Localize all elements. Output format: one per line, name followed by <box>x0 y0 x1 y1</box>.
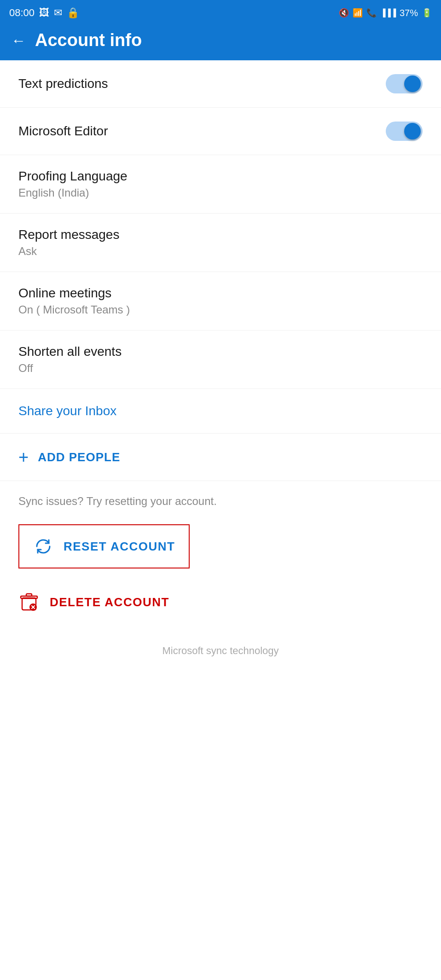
lock-icon: 🔒 <box>67 7 79 19</box>
text-predictions-label: Text predictions <box>18 76 108 91</box>
share-inbox-row[interactable]: Share your Inbox <box>0 389 441 434</box>
microsoft-editor-toggle[interactable] <box>386 122 423 141</box>
sync-hint: Sync issues? Try resetting your account. <box>0 481 441 517</box>
call-icon: 📞 <box>366 8 377 18</box>
add-icon: + <box>18 448 29 466</box>
text-predictions-row[interactable]: Text predictions <box>0 60 441 108</box>
sync-hint-text: Sync issues? Try resetting your account. <box>18 495 217 507</box>
microsoft-editor-label: Microsoft Editor <box>18 124 108 139</box>
battery-icon: 🔋 <box>422 8 432 18</box>
delete-icon <box>18 591 40 613</box>
reset-account-section: RESET ACCOUNT <box>0 517 441 582</box>
shorten-all-events-label: Shorten all events <box>18 344 122 359</box>
online-meetings-value: On ( Microsoft Teams ) <box>18 303 130 316</box>
proofing-language-label: Proofing Language <box>18 169 128 184</box>
signal-icon: ▐▐▐ <box>380 9 396 17</box>
shorten-all-events-row[interactable]: Shorten all events Off <box>0 331 441 389</box>
microsoft-editor-row[interactable]: Microsoft Editor <box>0 108 441 155</box>
toggle-thumb <box>404 75 421 92</box>
content: Text predictions Microsoft Editor Proofi… <box>0 60 441 684</box>
report-messages-value: Ask <box>18 245 119 258</box>
delete-account-row[interactable]: DELETE ACCOUNT <box>0 582 441 626</box>
toggle-track <box>386 122 423 141</box>
footer: Microsoft sync technology <box>0 626 441 684</box>
back-button[interactable]: ← <box>11 33 26 48</box>
proofing-language-value: English (India) <box>18 186 128 199</box>
status-time: 08:00 <box>9 7 35 19</box>
wifi-icon: 📶 <box>353 8 363 18</box>
status-right: 🔇 📶 📞 ▐▐▐ 37% 🔋 <box>339 8 432 18</box>
image-icon: 🖼 <box>39 7 49 19</box>
text-predictions-toggle[interactable] <box>386 74 423 93</box>
add-people-row[interactable]: + ADD PEOPLE <box>0 434 441 481</box>
share-inbox-link[interactable]: Share your Inbox <box>18 404 116 418</box>
header: ← Account info <box>0 24 441 60</box>
add-people-label: ADD PEOPLE <box>38 450 120 464</box>
reset-account-button[interactable]: RESET ACCOUNT <box>18 524 190 568</box>
mail-icon: ✉ <box>54 7 62 19</box>
status-left: 08:00 🖼 ✉ 🔒 <box>9 7 79 19</box>
battery-percent: 37% <box>400 8 418 18</box>
report-messages-label: Report messages <box>18 227 119 242</box>
delete-account-label: DELETE ACCOUNT <box>50 595 169 609</box>
online-meetings-label: Online meetings <box>18 286 130 301</box>
footer-text: Microsoft sync technology <box>162 645 279 656</box>
page-title: Account info <box>35 30 142 50</box>
report-messages-row[interactable]: Report messages Ask <box>0 214 441 272</box>
online-meetings-row[interactable]: Online meetings On ( Microsoft Teams ) <box>0 272 441 331</box>
shorten-all-events-value: Off <box>18 362 122 375</box>
toggle-thumb <box>404 123 421 139</box>
svg-rect-2 <box>26 594 32 596</box>
toggle-track <box>386 74 423 93</box>
mute-icon: 🔇 <box>339 8 349 18</box>
status-bar: 08:00 🖼 ✉ 🔒 🔇 📶 📞 ▐▐▐ 37% 🔋 <box>0 0 441 24</box>
proofing-language-row[interactable]: Proofing Language English (India) <box>0 155 441 214</box>
reset-account-label: RESET ACCOUNT <box>64 539 175 554</box>
reset-icon <box>33 536 53 557</box>
